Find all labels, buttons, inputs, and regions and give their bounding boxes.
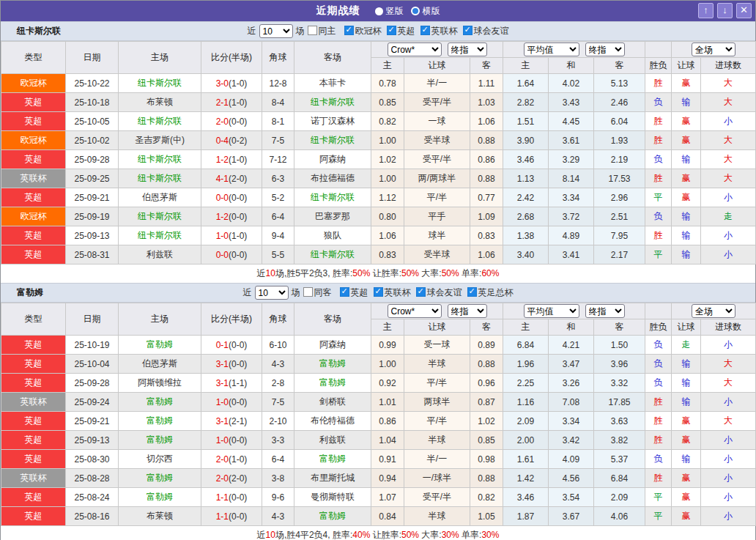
away-team: 纽卡斯尔联 [294,188,371,207]
summary-segment: 30% [442,530,459,540]
competition-filters: 欧冠杯英超英联杯球会友谊 [339,25,509,37]
average-select[interactable]: 平均值 [524,304,579,318]
odds-stage-select[interactable]: 终指 [448,304,487,318]
avg-home: 3.40 [503,245,549,265]
avg-home: 2.68 [503,207,549,226]
away-team: 利兹联 [294,431,371,450]
odds-handicap: 受平/半 [404,488,470,507]
away-team: 纽卡斯尔联 [294,245,371,265]
average-select[interactable]: 平均值 [524,42,579,56]
table-header: 类型 日期 主场 比分(半场) 角球 客场 Crow* 终指 平均值 [1,303,756,336]
avg-away: 2.09 [594,488,645,507]
same-venue-filter[interactable]: 同客 [303,286,332,299]
goals-result: 小 [701,488,756,507]
checked-checkbox-icon[interactable] [374,287,383,297]
summary-segment: 场,胜4平2负4, 胜率: [275,530,352,540]
avg-draw: 4.02 [549,74,594,93]
checked-checkbox-icon[interactable] [463,26,472,35]
summary-segment: 让胜率: [370,530,401,540]
match-date: 25-08-24 [66,488,119,507]
odds-home: 1.02 [371,150,404,169]
home-team: 纽卡斯尔联 [119,169,201,188]
odds-company-select[interactable]: Crow* [388,304,442,318]
team-section-newcastle: 纽卡斯尔联 近 10 场 同主 欧冠杯英超英联杯球会友谊 类型 日期 [1,21,755,283]
checked-checkbox-icon[interactable] [344,26,354,35]
sub-col-home-odds: 主 [371,58,404,74]
matches-tbody: 欧冠杯25-10-22纽卡斯尔联3-0(1-0)12-8本菲卡0.78半/一1.… [1,74,756,265]
move-down-button[interactable]: ↓ [717,3,733,18]
odds-home: 0.92 [371,374,404,393]
result: 胜 [645,169,672,188]
competition-badge: 英联杯 [1,469,66,488]
away-team: 曼彻斯特联 [294,488,371,507]
avg-draw: 8.14 [549,169,594,188]
scope-select[interactable]: 全场 [692,304,735,318]
match-count-select[interactable]: 10 [255,286,289,300]
avg-home: 6.84 [503,336,549,355]
average-stage-select[interactable]: 终指 [585,42,625,56]
unchecked-checkbox-icon[interactable] [308,26,317,35]
competition-badge: 欧冠杯 [1,207,66,226]
sub-col-home-odds: 主 [371,319,404,336]
competition-filter[interactable]: 英联杯 [374,287,411,297]
avg-draw: 4.56 [549,469,594,488]
radio-selected-icon[interactable] [375,7,383,15]
odds-handicap: 半/一 [404,450,470,469]
avg-home: 1.96 [503,355,549,374]
summary-segment: 10 [266,530,275,540]
avg-select-group: 平均值 终指 [503,303,645,319]
same-venue-filter[interactable]: 同主 [308,25,336,37]
sub-col-avg-draw: 和 [549,319,594,336]
move-up-button[interactable]: ↑ [698,3,714,18]
competition-filter[interactable]: 英超 [387,26,415,36]
away-team: 阿森纳 [294,150,371,169]
col-corner: 角球 [262,303,294,336]
unchecked-checkbox-icon[interactable] [303,287,313,297]
sub-col-avg-home: 主 [503,58,549,74]
avg-away: 2.19 [594,150,645,169]
sub-col-handicap: 让球 [404,319,470,336]
checked-checkbox-icon[interactable] [416,287,426,297]
competition-filter[interactable]: 英超 [340,287,368,297]
handicap-result: 输 [672,150,701,169]
odds-stage-select[interactable]: 终指 [448,42,487,56]
result: 胜 [645,112,672,131]
avg-home: 2.82 [503,93,549,112]
odds-company-select[interactable]: Crow* [388,42,442,56]
vertical-layout-radio[interactable]: 竖版 [375,5,404,18]
checked-checkbox-icon[interactable] [387,26,396,35]
checked-checkbox-icon[interactable] [467,287,477,297]
scope-select[interactable]: 全场 [692,42,735,56]
home-team: 伯恩茅斯 [119,188,201,207]
score: 1-1(0-0) [201,507,262,526]
competition-filters: 英超英联杯球会友谊英足总杯 [335,286,514,299]
result: 胜 [645,412,672,431]
summary-segment: 30% [481,530,499,540]
checked-checkbox-icon[interactable] [340,287,349,297]
avg-home: 3.90 [503,131,549,150]
competition-filter-label: 英联杯 [385,287,411,297]
horizontal-layout-radio[interactable]: 横版 [411,5,440,18]
corners: 4-3 [262,355,294,374]
match-count-select[interactable]: 10 [259,24,293,38]
radio-unselected-icon[interactable] [411,7,420,15]
checked-checkbox-icon[interactable] [420,26,430,35]
score: 3-1(1-1) [201,374,262,393]
summary-text: 近10场,胜4平2负4, 胜率:40% 让胜率:50% 大率:30% 单率:30… [1,526,755,540]
competition-filter[interactable]: 球会友谊 [463,26,509,36]
goals-result: 小 [701,431,756,450]
avg-draw: 4.45 [549,112,594,131]
corners: 7-12 [262,150,294,169]
score: 2-0(1-0) [201,450,262,469]
summary-segment: 近 [257,530,266,540]
average-stage-select[interactable]: 终指 [585,304,625,318]
odds-away: 0.98 [470,450,503,469]
competition-filter[interactable]: 英联杯 [420,26,458,36]
odds-away: 0.85 [470,431,503,450]
close-button[interactable]: ✕ [736,3,752,18]
competition-filter[interactable]: 英足总杯 [467,287,514,297]
competition-filter[interactable]: 欧冠杯 [344,26,382,36]
competition-filter[interactable]: 球会友谊 [416,287,462,297]
avg-away: 5.13 [594,74,645,93]
competition-filter-label: 英联杯 [431,26,458,36]
